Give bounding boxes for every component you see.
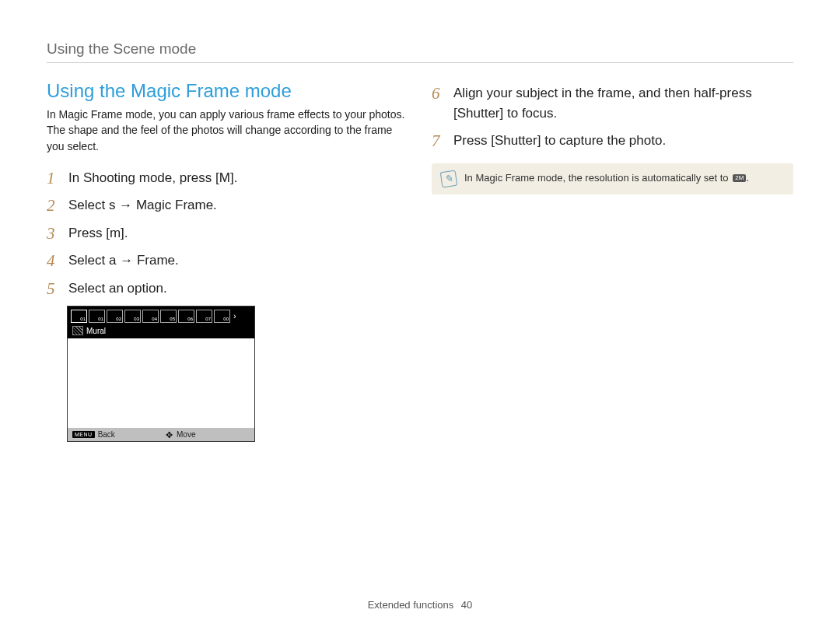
menu-button-icon: MENU [72, 431, 95, 438]
frame-thumb-label: 02 [116, 317, 122, 322]
frame-thumb: 01 [71, 310, 87, 323]
section-title: Using the Magic Frame mode [47, 80, 408, 102]
section-intro: In Magic Frame mode, you can apply vario… [47, 107, 408, 154]
device-footer: MENU Back Move [68, 428, 254, 441]
step-number: 4 [47, 249, 55, 274]
frame-thumb: 06 [178, 310, 194, 323]
frame-thumb: 01 [89, 310, 105, 323]
footer-move-label: Move [177, 430, 195, 439]
step-7: 7 Press [Shutter] to capture the photo. [432, 131, 793, 151]
frame-selected-label: Mural [86, 327, 106, 335]
step-text: Press [ [68, 226, 110, 240]
frame-thumb-label: 04 [152, 317, 158, 322]
left-column: Using the Magic Frame mode In Magic Fram… [47, 80, 408, 442]
frame-thumb-label: 03 [134, 317, 140, 322]
step-2: 2 Select s → Magic Frame. [47, 195, 408, 215]
right-column: 6 Align your subject in the frame, and t… [432, 80, 793, 442]
arrow-icon: → [116, 253, 136, 268]
step-key: m [110, 226, 121, 240]
step-5: 5 Select an option. [47, 278, 408, 299]
step-number: 7 [432, 129, 440, 154]
frame-selected-row: Mural [68, 324, 254, 338]
frame-thumb-label: 01 [98, 317, 104, 322]
frame-thumb-label: 05 [170, 317, 176, 322]
steps-list-right: 6 Align your subject in the frame, and t… [432, 83, 793, 151]
step-6: 6 Align your subject in the frame, and t… [432, 83, 793, 123]
step-number: 5 [47, 277, 55, 302]
steps-list-left: 1 In Shooting mode, press [M]. 2 Select … [47, 168, 408, 299]
footer-move: Move [161, 428, 254, 441]
step-text-end: Frame. [137, 253, 179, 268]
footer-back: MENU Back [68, 428, 161, 441]
frame-thumb: 00 [214, 310, 230, 323]
frame-thumb-label: 01 [80, 317, 86, 322]
step-1: 1 In Shooting mode, press [M]. [47, 168, 408, 188]
step-text: Select [68, 253, 109, 268]
note-box: ✎ In Magic Frame mode, the resolution is… [432, 163, 793, 194]
frame-thumbnail-row: 01 01 02 03 04 05 06 07 00 › [68, 306, 254, 324]
footer-section: Extended functions [368, 599, 454, 611]
frame-thumb: 05 [160, 310, 177, 323]
move-icon [166, 431, 173, 439]
step-number: 2 [47, 194, 55, 219]
page-footer: Extended functions 40 [0, 599, 840, 611]
page-header: Using the Scene mode [47, 40, 793, 63]
resolution-badge-icon: 2M [733, 174, 746, 182]
note-icon: ✎ [440, 170, 458, 187]
frame-preview-area [68, 338, 254, 428]
step-number: 3 [47, 222, 55, 247]
frame-thumb: 04 [142, 310, 159, 323]
frame-thumb-label: 07 [205, 317, 212, 322]
step-text: Align your subject in the frame, and the… [453, 86, 752, 121]
frame-thumb: 02 [107, 310, 123, 323]
step-text-end: ]. [121, 226, 128, 240]
page-number: 40 [461, 599, 472, 611]
footer-back-label: Back [98, 430, 115, 439]
step-key: M [219, 170, 230, 185]
frame-thumb: 03 [124, 310, 141, 323]
frame-thumb-label: 00 [223, 317, 229, 322]
step-number: 6 [432, 82, 440, 107]
step-3: 3 Press [m]. [47, 223, 408, 243]
step-text: Press [Shutter] to capture the photo. [453, 133, 666, 148]
step-4: 4 Select a → Frame. [47, 250, 408, 271]
frame-thumb-label: 06 [187, 317, 194, 322]
step-number: 1 [47, 166, 55, 191]
step-text: Select an option. [68, 281, 167, 296]
note-text: In Magic Frame mode, the resolution is a… [464, 171, 749, 185]
mural-icon [72, 326, 83, 335]
device-screenshot: 01 01 02 03 04 05 06 07 00 › Mural [67, 306, 255, 442]
step-text-end: ]. [230, 170, 237, 185]
frame-thumb: 07 [196, 310, 212, 323]
note-text-b: . [746, 172, 749, 184]
step-text: In Shooting mode, press [ [68, 170, 219, 185]
step-text-end: Magic Frame. [136, 198, 217, 212]
chevron-right-icon: › [232, 312, 238, 321]
arrow-icon: → [115, 198, 135, 212]
step-text: Select [68, 198, 109, 212]
note-text-a: In Magic Frame mode, the resolution is a… [464, 172, 731, 184]
